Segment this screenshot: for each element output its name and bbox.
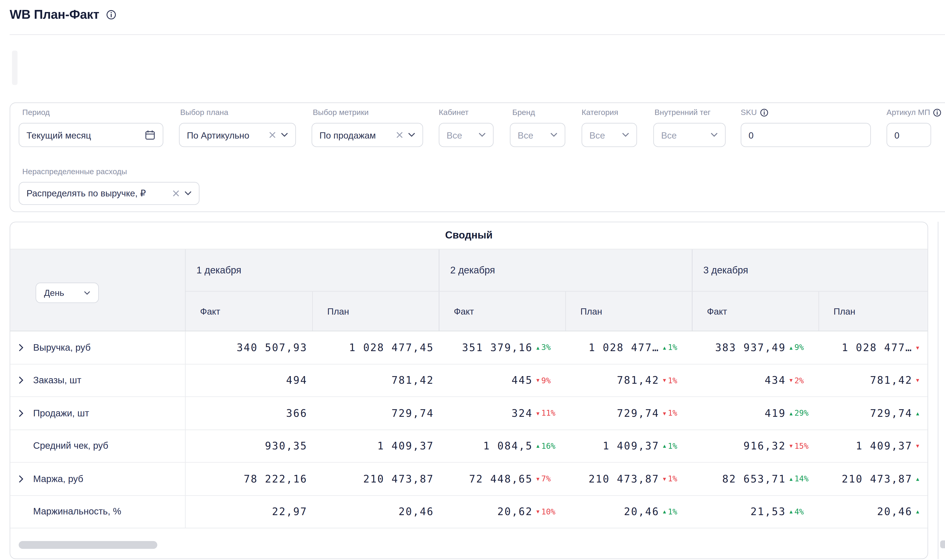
category-select-label: Категория [582,108,618,117]
metric-label: Маржинальность, % [33,506,121,517]
info-icon[interactable] [106,9,116,19]
cell-plan: 210 473,87 [312,463,439,495]
delta-badge: ▼7% [533,474,560,483]
cell-plan: 781,42 [312,364,439,396]
metric-value: 383 937,49 [715,342,786,354]
metric-cell: Маржинальность, % [10,495,186,528]
metric-cell[interactable]: Заказы, шт [10,364,186,396]
delta-badge: ▲ [913,411,928,416]
delta-badge: ▲4% [786,507,814,516]
page-title: WB План-Факт [10,7,99,22]
sku-input[interactable] [741,123,871,147]
horizontal-scrollbar-fragment[interactable] [940,540,945,548]
cabinet-select[interactable]: Все [439,123,494,147]
metric-value: 1 028 477… [842,342,913,354]
metric-value: 1 028 477… [589,342,659,354]
category-select[interactable]: Все [582,123,637,147]
delta-badge: ▼2% [786,376,814,385]
clear-icon[interactable] [172,190,180,197]
table-row: Маржа, руб 78 222,16 210 473,87 72 448,6… [10,463,927,495]
article-mp-label-text: Артикул МП [887,108,930,117]
unallocated-expenses-select[interactable]: Распределять по выручке, ₽ [19,182,200,205]
info-icon[interactable] [933,108,942,117]
delta-badge: ▼9% [533,376,560,385]
metric-select-label: Выбор метрики [313,108,369,117]
expand-chevron-icon[interactable] [19,343,24,351]
trend-arrow-icon: ▲ [790,345,793,350]
metric-value: 729,74 [870,407,913,419]
clear-icon[interactable] [269,131,276,138]
cell-plan: 20,46▲ [819,495,928,528]
chevron-down-icon [479,132,486,137]
metric-value: 210 473,87 [842,473,913,485]
trend-arrow-icon: ▼ [790,378,793,383]
cell-fact: 351 379,16▲3% [439,331,565,364]
trend-arrow-icon: ▼ [790,443,793,449]
metric-value: 729,74 [391,407,434,419]
expand-chevron-icon[interactable] [19,475,24,483]
delta-percent: 10% [541,507,555,516]
metric-cell[interactable]: Выручка, руб [10,331,186,364]
next-panel-sliver [938,222,945,559]
cell-fact: 366 [186,397,312,429]
delta-percent: 1% [668,442,677,451]
unallocated-expenses-label: Нераспределенные расходы [22,167,127,176]
cell-fact: 930,35 [186,430,312,462]
metric-select-value: По продажам [319,130,391,140]
cell-fact: 20,62▼10% [439,495,565,528]
horizontal-scrollbar-thumb[interactable] [19,541,157,549]
metric-cell[interactable]: Продажи, шт [10,397,186,429]
plan-select-value: По Артикульно [187,130,264,140]
cell-plan: 20,46 [312,495,439,528]
delta-badge: ▲1% [659,507,687,516]
plan-header: План [819,292,928,331]
trend-arrow-icon: ▼ [536,509,539,514]
metric-value: 781,42 [870,374,913,386]
metric-value: 20,46 [399,506,434,518]
page-header: WB План-Факт [10,7,116,22]
period-label: Период [22,108,50,117]
metric-value: 434 [765,374,786,386]
sku-label: SKU [741,108,768,117]
cell-plan: 1 409,37▲1% [565,430,692,462]
trend-arrow-icon: ▲ [916,476,919,482]
metric-cell: Средний чек, руб [10,430,186,462]
cell-fact: 78 222,16 [186,463,312,495]
trend-arrow-icon: ▼ [916,345,919,350]
table-row: Продажи, шт 366 729,74 324▼11% 729,74▼1%… [10,397,927,430]
internal-tag-select[interactable]: Все [653,123,726,147]
delta-badge: ▲9% [786,343,814,352]
delta-percent: 9% [794,343,804,352]
clear-icon[interactable] [396,131,403,138]
cell-plan: 1 409,37 [312,430,439,462]
period-picker[interactable]: Текущий месяц [19,123,163,147]
plan-select[interactable]: По Артикульно [179,123,296,147]
header-divider [10,34,945,35]
delta-badge: ▲3% [533,343,560,352]
metric-cell[interactable]: Маржа, руб [10,463,186,495]
day-granularity-select[interactable]: День [35,283,99,303]
delta-badge: ▼ [913,378,928,383]
cell-fact: 22,97 [186,495,312,528]
expand-chevron-icon[interactable] [19,376,24,384]
fact-header: Факт [186,292,312,331]
table-row: Маржинальность, % 22,97 20,46 20,62▼10% … [10,495,927,528]
calendar-icon [145,129,155,140]
internal-tag-select-value: Все [661,130,706,140]
brand-select[interactable]: Все [510,123,565,147]
expand-chevron-icon[interactable] [19,409,24,417]
cell-fact: 434▼2% [692,364,819,396]
metric-value: 20,46 [624,506,659,518]
article-mp-input[interactable] [887,123,931,147]
trend-arrow-icon: ▲ [536,345,539,350]
article-mp-label: Артикул МП [887,108,942,117]
metric-label: Заказы, шт [33,375,81,386]
cell-fact: 21,53▲4% [692,495,819,528]
info-icon[interactable] [760,108,768,117]
cell-fact: 916,32▼15% [692,430,819,462]
delta-badge: ▲14% [786,474,814,483]
cell-fact: 383 937,49▲9% [692,331,819,364]
delta-percent: 29% [794,409,808,418]
metric-select[interactable]: По продажам [312,123,423,147]
delta-badge: ▼ [913,345,928,350]
